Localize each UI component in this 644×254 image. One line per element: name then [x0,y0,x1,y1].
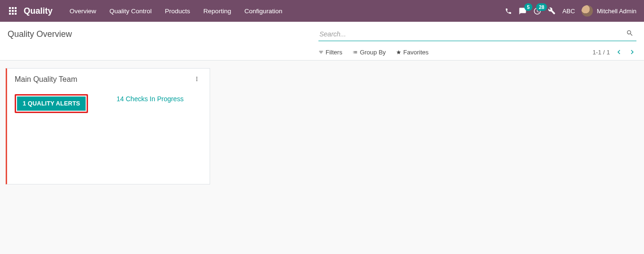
app-brand[interactable]: Quality [24,6,53,16]
avatar [582,5,593,17]
nav-configuration[interactable]: Configuration [238,8,289,15]
chevron-left-icon [615,48,623,56]
activities-badge: 28 [536,3,547,11]
page-title: Quality Overview [8,29,72,39]
nav-quality-control[interactable]: Quality Control [103,8,158,15]
pager-next[interactable] [628,48,636,56]
filters-button[interactable]: Filters [318,49,342,56]
favorites-label: Favorites [403,49,428,56]
favorites-button[interactable]: Favorites [396,49,428,56]
pager-prev[interactable] [615,48,623,56]
funnel-icon [318,50,324,55]
cp-row-toolbar: Filters Group By Favorites 1-1 / 1 [8,48,636,56]
svg-rect-6 [9,13,11,15]
pager: 1-1 / 1 [592,48,636,56]
debug-icon[interactable] [548,7,556,15]
card-menu-button[interactable] [192,76,202,84]
svg-rect-8 [15,13,17,15]
search-wrap [318,27,636,41]
navbar-right: 5 28 ABC Mitchell Admin [505,5,636,17]
nav-reporting[interactable]: Reporting [197,8,238,15]
chevron-right-icon [628,48,636,56]
activities-icon[interactable]: 28 [533,7,541,15]
svg-rect-4 [12,10,14,12]
navbar-left: Quality Overview Quality Control Product… [8,6,289,16]
star-icon [396,50,401,55]
company-switch[interactable]: ABC [562,8,575,15]
filter-bar: Filters Group By Favorites 1-1 / 1 [318,48,636,56]
svg-rect-2 [15,7,17,9]
phone-icon[interactable] [505,8,512,15]
list-icon [353,50,358,55]
search-icon[interactable] [626,29,634,38]
groupby-button[interactable]: Group By [353,49,386,56]
svg-rect-7 [12,13,14,15]
card-title: Main Quality Team [15,75,77,84]
quality-alerts-highlight: 1 QUALITY ALERTS [15,94,88,113]
team-card[interactable]: Main Quality Team 1 QUALITY ALERTS 14 Ch… [6,68,210,184]
checks-in-progress-link[interactable]: 14 Checks In Progress [116,95,184,103]
card-header: Main Quality Team [15,75,202,84]
svg-rect-5 [15,10,17,12]
messages-badge: 5 [524,3,533,11]
nav-products[interactable]: Products [159,8,197,15]
kanban-view: Main Quality Team 1 QUALITY ALERTS 14 Ch… [0,61,644,192]
search-input[interactable] [318,27,636,41]
svg-rect-0 [9,7,11,9]
pager-text: 1-1 / 1 [592,49,610,56]
cp-row-title: Quality Overview [8,27,636,41]
groupby-label: Group By [360,49,386,56]
card-body: 1 QUALITY ALERTS 14 Checks In Progress [15,94,202,113]
main-navbar: Quality Overview Quality Control Product… [0,0,644,22]
nav-overview[interactable]: Overview [63,8,103,15]
dots-vertical-icon [194,76,200,82]
svg-rect-1 [12,7,14,9]
user-menu[interactable]: Mitchell Admin [582,5,636,17]
apps-icon[interactable] [8,6,18,16]
messages-icon[interactable]: 5 [519,7,527,15]
svg-rect-3 [9,10,11,12]
filters-label: Filters [326,49,342,56]
user-name-label: Mitchell Admin [597,8,636,15]
control-panel: Quality Overview Filters Group By Favori… [0,22,644,61]
quality-alerts-button[interactable]: 1 QUALITY ALERTS [17,96,86,111]
